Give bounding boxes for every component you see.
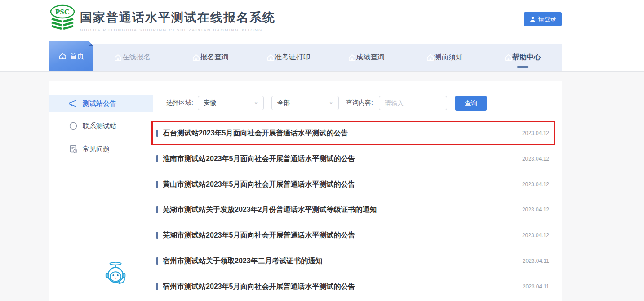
site-subtitle: GUOJIA PUTONGHUA SHUIPING CESHI ZAIXIAN … — [80, 28, 275, 32]
sidebar-item-station-announcements[interactable]: 测试站公告 — [49, 95, 153, 112]
psc-logo-icon: PSC — [49, 4, 76, 34]
home-icon — [59, 53, 67, 60]
bullet-marker — [156, 232, 158, 239]
category-select-value: 全部 — [277, 99, 290, 107]
sidebar-item-faq[interactable]: ! 常见问题 — [49, 141, 153, 157]
category-select[interactable]: 全部 ∨ — [271, 96, 339, 110]
bullet-marker — [156, 206, 158, 213]
nav-item-ticket-print[interactable]: 准考证打印 — [249, 44, 328, 71]
nav-item-home[interactable]: 首页 — [49, 41, 93, 71]
announcement-date: 2023.04.12 — [522, 232, 549, 238]
home-icon — [505, 54, 512, 61]
faq-doc-icon: ! — [69, 145, 77, 153]
bullet-marker — [156, 181, 158, 188]
nav-item-pretest-notes[interactable]: 测前须知 — [406, 44, 484, 71]
announcement-row[interactable]: 芜湖市测试站关于发放2023年2月份普通话水平测试等级证书的通知 2023.04… — [156, 205, 549, 214]
region-select[interactable]: 安徽 ∨ — [198, 96, 264, 110]
login-label: 请登录 — [538, 15, 556, 23]
chevron-down-icon: ∨ — [329, 100, 333, 105]
active-underline — [517, 66, 529, 68]
home-icon — [192, 54, 200, 61]
announcement-row[interactable]: 黄山市测试站2023年5月面向社会开展普通话水平测试的公告 2023.04.12 — [156, 180, 549, 189]
query-filter-label: 查询内容: — [346, 96, 373, 110]
login-button[interactable]: 请登录 — [524, 12, 562, 26]
region-filter-label: 选择区域: — [166, 96, 193, 110]
brand-block: 国家普通话水平测试在线报名系统 GUOJIA PUTONGHUA SHUIPIN… — [80, 9, 275, 32]
chevron-down-icon: ∨ — [254, 100, 258, 105]
announcement-row[interactable]: 芜湖市测试站2023年5月面向社会开展普通话水平测试的公告 2023.04.12 — [156, 231, 549, 240]
bullet-marker — [156, 257, 158, 265]
user-icon — [530, 16, 536, 22]
announcement-date: 2023.04.12 — [522, 156, 549, 162]
chat-icon — [69, 122, 77, 130]
logo-text: PSC — [55, 8, 70, 16]
nav-item-help-center[interactable]: 帮助中心 — [484, 44, 562, 71]
announcement-date: 2023.04.11 — [523, 283, 549, 290]
region-select-value: 安徽 — [204, 99, 216, 107]
sidebar-item-contact-station[interactable]: 联系测试站 — [49, 118, 153, 134]
announcement-row[interactable]: 宿州市测试站关于领取2023年二月考试证书的通知 2023.04.11 — [156, 256, 549, 265]
home-icon — [348, 54, 356, 61]
announcement-row[interactable]: 石台测试站2023年5月面向社会开展普通话水平测试的公告 2023.04.12 — [156, 129, 549, 138]
announcement-row[interactable]: 淮南市测试站2023年5月面向社会开展普通话水平测试的公告 2023.04.12 — [156, 154, 549, 163]
announcement-row[interactable]: 宿州市测试站2023年5月面向社会开展普通话水平测试的公告 2023.04.11 — [156, 282, 549, 291]
announcement-date: 2023.04.11 — [523, 258, 549, 264]
home-icon — [426, 54, 434, 61]
query-input[interactable] — [379, 96, 447, 110]
nav-item-online-registration[interactable]: 在线报名 — [93, 44, 172, 71]
nav-item-registration-query[interactable]: 报名查询 — [172, 44, 250, 71]
site-title: 国家普通话水平测试在线报名系统 — [80, 9, 275, 26]
nav-item-score-query[interactable]: 成绩查询 — [328, 44, 406, 71]
bullet-marker — [156, 155, 158, 162]
sidebar-divider — [153, 95, 153, 301]
bullet-marker — [156, 283, 158, 290]
announcement-date: 2023.04.12 — [522, 130, 549, 136]
megaphone-icon — [69, 99, 77, 108]
search-button[interactable]: 查询 — [455, 96, 487, 111]
announcement-date: 2023.04.12 — [522, 207, 549, 213]
page: PSC 国家普通话水平测试在线报名系统 GUOJIA PUTONGHUA SHU… — [0, 0, 644, 301]
home-icon — [114, 54, 122, 61]
announcement-date: 2023.04.12 — [522, 181, 549, 188]
main-nav: 首页 在线报名 报名查询 准考证打印 成绩查询 — [49, 44, 562, 71]
bullet-marker — [156, 130, 158, 137]
header-divider — [0, 71, 644, 72]
home-icon — [267, 54, 275, 61]
service-robot-icon[interactable] — [103, 261, 129, 288]
